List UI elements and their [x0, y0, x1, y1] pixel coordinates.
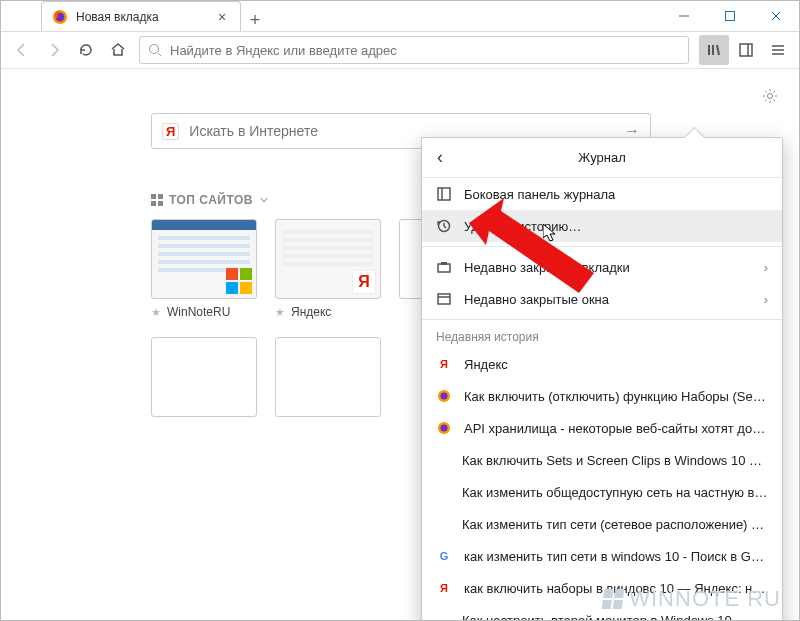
window-titlebar: Новая вкладка × + — [1, 1, 799, 31]
tab-title: Новая вкладка — [76, 10, 214, 24]
item-label: Удалить историю… — [464, 219, 768, 234]
history-item-title: Как включить Sets и Screen Clips в Windo… — [462, 453, 768, 468]
tile-label: Яндекс — [291, 305, 331, 319]
svg-rect-24 — [438, 264, 450, 272]
pin-icon: ★ — [151, 306, 161, 319]
history-item-title: Как изменить общедоступную сеть на частн… — [462, 485, 768, 500]
item-label: Недавно закрытые вкладки — [464, 260, 752, 275]
svg-point-29 — [441, 393, 448, 400]
svg-point-31 — [441, 425, 448, 432]
topsites-heading[interactable]: ТОП САЙТОВ — [151, 193, 269, 207]
menu-button[interactable] — [763, 35, 793, 65]
svg-point-6 — [150, 45, 159, 54]
watermark: WINNOTE RU — [603, 586, 781, 612]
close-window-button[interactable] — [753, 1, 799, 31]
watermark-text: WINNOTE RU — [629, 586, 781, 612]
maximize-button[interactable] — [707, 1, 753, 31]
svg-rect-18 — [158, 194, 163, 199]
topsite-tile[interactable]: ★WinNoteRU — [151, 219, 257, 319]
forward-button[interactable] — [39, 35, 69, 65]
library-button[interactable] — [699, 35, 729, 65]
history-item-title: Как изменить тип сети (сетевое расположе… — [462, 517, 768, 532]
search-icon — [148, 43, 162, 57]
history-panel: ‹ Журнал Боковая панель журнала Удалить … — [421, 137, 783, 621]
history-item[interactable]: Как изменить тип сети (сетевое расположе… — [422, 508, 782, 540]
topsite-tile-empty[interactable] — [151, 337, 257, 417]
history-icon — [436, 219, 452, 233]
tab-close-icon[interactable]: × — [214, 9, 230, 25]
browser-tab[interactable]: Новая вкладка × — [41, 1, 241, 31]
chevron-right-icon: › — [764, 260, 768, 275]
chevron-down-icon — [259, 195, 269, 205]
svg-rect-21 — [438, 188, 450, 200]
svg-point-16 — [768, 94, 773, 99]
sidebar-icon — [436, 187, 452, 201]
tile-thumbnail: Я — [275, 219, 381, 299]
tab-icon — [436, 260, 452, 274]
grid-icon — [151, 194, 163, 206]
topsite-tile[interactable]: Я ★Яндекс — [275, 219, 381, 319]
topsite-tile-empty[interactable] — [275, 337, 381, 417]
item-label: Недавно закрытые окна — [464, 292, 752, 307]
svg-rect-11 — [740, 44, 752, 56]
tab-strip: Новая вкладка × + — [1, 1, 661, 31]
history-item[interactable]: Gкак изменить тип сети в windows 10 - По… — [422, 540, 782, 572]
chevron-right-icon: › — [764, 292, 768, 307]
history-item[interactable]: API хранилища - некоторые веб-сайты хотя… — [422, 412, 782, 444]
minimize-button[interactable] — [661, 1, 707, 31]
sidebar-button[interactable] — [731, 35, 761, 65]
panel-back-button[interactable]: ‹ — [422, 147, 458, 168]
history-sidebar-item[interactable]: Боковая панель журнала — [422, 178, 782, 210]
svg-rect-17 — [151, 194, 156, 199]
svg-rect-20 — [158, 201, 163, 206]
item-label: Боковая панель журнала — [464, 187, 768, 202]
tile-label: WinNoteRU — [167, 305, 230, 319]
history-item[interactable]: Как включить (отключить) функцию Наборы … — [422, 380, 782, 412]
customize-gear-icon[interactable] — [761, 87, 779, 109]
svg-rect-3 — [726, 12, 735, 21]
svg-rect-19 — [151, 201, 156, 206]
window-controls — [661, 1, 799, 31]
window-icon — [436, 292, 452, 306]
history-item-title: как изменить тип сети в windows 10 - Пои… — [464, 549, 768, 564]
svg-line-10 — [717, 45, 719, 55]
svg-rect-25 — [441, 262, 447, 265]
url-bar[interactable] — [139, 36, 689, 64]
recently-closed-windows-item[interactable]: Недавно закрытые окна › — [422, 283, 782, 315]
clear-history-item[interactable]: Удалить историю… — [422, 210, 782, 242]
history-item-title: Как настроить второй монитор в Windows 1… — [462, 613, 768, 622]
topsites-label: ТОП САЙТОВ — [169, 193, 253, 207]
new-tab-button[interactable]: + — [241, 10, 269, 31]
svg-line-7 — [158, 53, 161, 56]
history-item-title: API хранилища - некоторые веб-сайты хотя… — [464, 421, 768, 436]
history-item-title: Как включить (отключить) функцию Наборы … — [464, 389, 768, 404]
history-item[interactable]: Как включить Sets и Screen Clips в Windo… — [422, 444, 782, 476]
content-area: Я → ТОП САЙТОВ ★WinNoteRU Я ★Яндекс — [1, 69, 799, 621]
panel-header: ‹ Журнал — [422, 138, 782, 178]
back-button[interactable] — [7, 35, 37, 65]
history-item-title: Яндекс — [464, 357, 768, 372]
reload-button[interactable] — [71, 35, 101, 65]
yandex-logo-icon: Я — [162, 123, 179, 140]
recent-history-label: Недавняя история — [422, 324, 782, 348]
navigation-toolbar — [1, 31, 799, 69]
svg-rect-26 — [438, 294, 450, 304]
history-item[interactable]: ЯЯндекс — [422, 348, 782, 380]
recently-closed-tabs-item[interactable]: Недавно закрытые вкладки › — [422, 251, 782, 283]
firefox-icon — [52, 9, 68, 25]
home-button[interactable] — [103, 35, 133, 65]
url-input[interactable] — [170, 43, 680, 58]
tile-thumbnail — [151, 219, 257, 299]
pin-icon: ★ — [275, 306, 285, 319]
history-item[interactable]: Как изменить общедоступную сеть на частн… — [422, 476, 782, 508]
panel-title: Журнал — [422, 150, 782, 165]
